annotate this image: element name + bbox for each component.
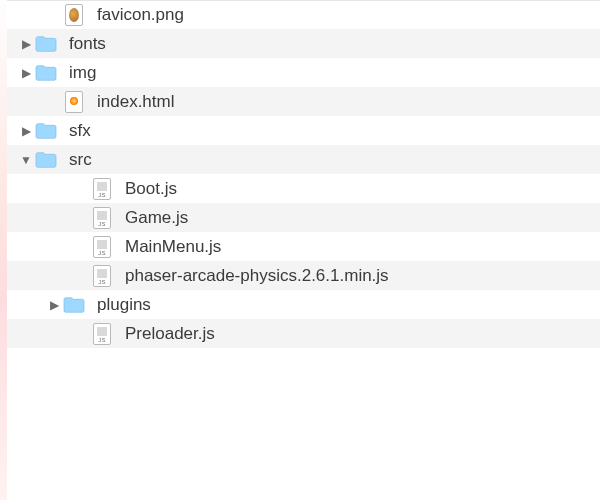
- tree-row[interactable]: ▶favicon.png: [7, 0, 600, 29]
- tree-item-label: index.html: [97, 92, 174, 112]
- tree-item-label: plugins: [97, 295, 151, 315]
- tree-item-label: Preloader.js: [125, 324, 215, 344]
- tree-row[interactable]: ▶plugins: [7, 290, 600, 319]
- tree-item-label: src: [69, 150, 92, 170]
- file-tree: ▶favicon.png▶fonts▶img▶index.html▶sfx▼sr…: [7, 0, 600, 500]
- tree-row[interactable]: ▶phaser-arcade-physics.2.6.1.min.js: [7, 261, 600, 290]
- tree-item-label: phaser-arcade-physics.2.6.1.min.js: [125, 266, 389, 286]
- tree-item-label: fonts: [69, 34, 106, 54]
- js-file-icon: [91, 207, 113, 229]
- folder-icon: [63, 294, 85, 316]
- disclosure-right-icon[interactable]: ▶: [45, 298, 63, 312]
- tree-item-label: sfx: [69, 121, 91, 141]
- window-edge: [0, 0, 7, 500]
- tree-row[interactable]: ▼src: [7, 145, 600, 174]
- html-file-icon: [63, 91, 85, 113]
- js-file-icon: [91, 178, 113, 200]
- tree-row[interactable]: ▶Preloader.js: [7, 319, 600, 348]
- tree-row[interactable]: ▶fonts: [7, 29, 600, 58]
- folder-icon: [35, 149, 57, 171]
- disclosure-right-icon[interactable]: ▶: [17, 124, 35, 138]
- tree-row[interactable]: ▶Boot.js: [7, 174, 600, 203]
- disclosure-down-icon[interactable]: ▼: [17, 153, 35, 167]
- js-file-icon: [91, 265, 113, 287]
- js-file-icon: [91, 323, 113, 345]
- folder-icon: [35, 62, 57, 84]
- tree-row[interactable]: ▶sfx: [7, 116, 600, 145]
- tree-row[interactable]: ▶MainMenu.js: [7, 232, 600, 261]
- image-file-icon: [63, 4, 85, 26]
- js-file-icon: [91, 236, 113, 258]
- tree-item-label: Game.js: [125, 208, 188, 228]
- tree-item-label: Boot.js: [125, 179, 177, 199]
- folder-icon: [35, 120, 57, 142]
- tree-item-label: favicon.png: [97, 5, 184, 25]
- tree-row[interactable]: ▶Game.js: [7, 203, 600, 232]
- disclosure-right-icon[interactable]: ▶: [17, 66, 35, 80]
- tree-row[interactable]: ▶img: [7, 58, 600, 87]
- disclosure-right-icon[interactable]: ▶: [17, 37, 35, 51]
- tree-row[interactable]: ▶index.html: [7, 87, 600, 116]
- folder-icon: [35, 33, 57, 55]
- tree-item-label: MainMenu.js: [125, 237, 221, 257]
- tree-item-label: img: [69, 63, 96, 83]
